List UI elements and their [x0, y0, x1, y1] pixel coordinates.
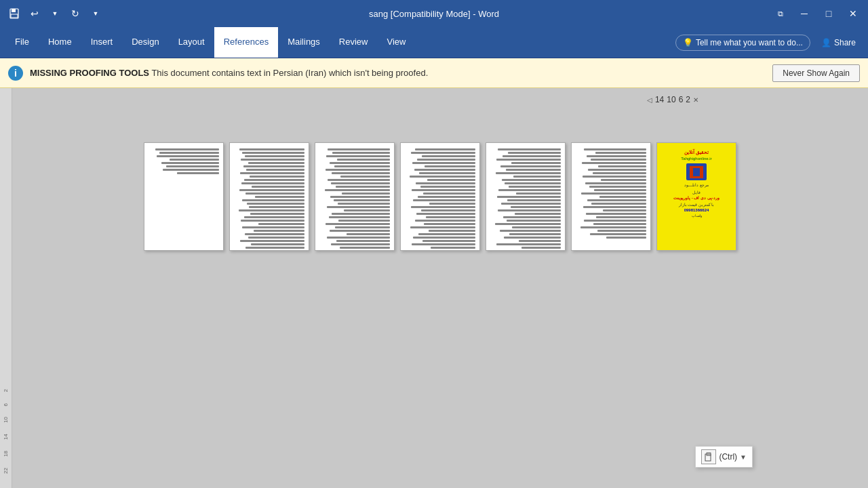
text-line: [411, 206, 475, 208]
text-line: [412, 243, 475, 245]
share-button[interactable]: 👤 Share: [814, 35, 863, 50]
page-1[interactable]: [144, 142, 224, 251]
text-line: [327, 206, 390, 208]
text-line: [422, 155, 475, 157]
tab-design[interactable]: Design: [122, 27, 168, 58]
page-5[interactable]: [486, 142, 566, 251]
text-line: [496, 172, 561, 174]
text-line: [418, 196, 475, 198]
text-line: [251, 243, 304, 245]
text-line: [509, 186, 561, 188]
undo-dropdown[interactable]: ▼: [46, 5, 64, 22]
svg-rect-4: [707, 453, 711, 455]
text-line: [587, 199, 646, 201]
text-line: [330, 162, 390, 164]
page-2[interactable]: [229, 142, 309, 251]
close-button[interactable]: ✕: [844, 4, 863, 23]
main-content: ◁ 14 10 6 2 ✕: [12, 88, 868, 488]
minimize-button[interactable]: ─: [795, 4, 814, 23]
page-6-content: [576, 148, 646, 239]
customize-quick-access[interactable]: ▼: [87, 5, 104, 22]
page-4[interactable]: [400, 142, 480, 251]
quick-access-toolbar: ↩ ▼ ↻ ▼: [5, 5, 104, 22]
save-button[interactable]: [5, 5, 23, 22]
text-line: [500, 230, 561, 232]
ctrl-label: (Ctrl): [719, 452, 737, 462]
text-line: [332, 172, 390, 174]
text-line: [421, 209, 475, 211]
text-line: [413, 237, 475, 239]
text-line: [424, 223, 475, 225]
text-line: [507, 199, 561, 201]
maximize-button[interactable]: □: [819, 4, 838, 23]
tab-insert[interactable]: Insert: [81, 27, 123, 58]
text-line: [327, 237, 390, 239]
page-6[interactable]: [571, 142, 651, 251]
text-line: [258, 223, 304, 225]
restore-button[interactable]: ⧉: [772, 5, 789, 22]
person-icon: 👤: [821, 38, 831, 47]
tab-file[interactable]: File: [5, 27, 39, 58]
text-line: [581, 192, 646, 195]
tab-review[interactable]: Review: [330, 27, 378, 58]
ribbon-right: 💡 Tell me what you want to do... 👤 Share: [675, 27, 863, 58]
ruler-triangle-right: ✕: [693, 96, 698, 104]
text-line: [511, 206, 561, 208]
ad-text5: واتساپ: [692, 214, 702, 218]
text-line: [245, 155, 304, 157]
text-line: [338, 220, 390, 222]
text-line: [331, 182, 390, 184]
text-line: [336, 186, 390, 188]
text-line: [245, 233, 304, 235]
text-line: [599, 196, 646, 198]
tab-layout[interactable]: Layout: [169, 27, 214, 58]
notification-bar: i MISSING PROOFING TOOLS This document c…: [0, 58, 868, 88]
text-line: [422, 240, 475, 242]
ad-text3: ورد-پی دی اف - پاورپوینت: [673, 196, 719, 201]
tab-mailings[interactable]: Mailings: [278, 27, 330, 58]
redo-button[interactable]: ↻: [66, 5, 84, 22]
text-line: [420, 186, 475, 188]
text-line: [340, 176, 390, 178]
text-line: [242, 152, 304, 154]
text-line: [326, 155, 390, 157]
text-line: [412, 189, 475, 191]
text-line: [506, 169, 561, 171]
text-line: [429, 230, 475, 232]
page-3[interactable]: [315, 142, 395, 251]
text-line: [163, 169, 219, 171]
tell-me-input[interactable]: 💡 Tell me what you want to do...: [675, 35, 810, 51]
text-line: [342, 192, 390, 195]
undo-button[interactable]: ↩: [26, 5, 43, 22]
text-line: [335, 226, 390, 228]
text-line: [161, 162, 219, 164]
text-line: [496, 243, 561, 245]
text-line: [498, 209, 561, 211]
ad-content: تحقیق آنلاین Tahghighonline.ir مرجع دانل…: [661, 147, 732, 246]
ad-phone: 09981366624: [684, 208, 709, 212]
text-line: [426, 216, 475, 218]
text-line: [580, 226, 646, 228]
text-line: [521, 247, 561, 249]
text-line: [503, 216, 561, 218]
ctrl-dropdown-arrow[interactable]: ▼: [740, 453, 747, 461]
vertical-ruler: 2 6 10 14 18 22: [0, 88, 12, 488]
tab-references[interactable]: References: [214, 27, 278, 58]
text-line: [336, 240, 390, 242]
tab-view[interactable]: View: [377, 27, 415, 58]
text-line: [330, 196, 390, 198]
top-ruler-markers: ◁ 14 10 6 2 ✕: [647, 95, 698, 104]
text-line: [334, 165, 390, 167]
text-line: [245, 192, 304, 195]
text-line: [166, 165, 219, 167]
text-line: [582, 162, 646, 164]
text-line: [411, 152, 475, 154]
text-line: [507, 220, 561, 222]
text-line: [332, 152, 390, 154]
text-line: [414, 250, 475, 251]
page-7[interactable]: تحقیق آنلاین Tahghighonline.ir مرجع دانل…: [656, 142, 736, 251]
paste-options-popup[interactable]: (Ctrl) ▼: [695, 446, 753, 468]
tab-home[interactable]: Home: [39, 27, 81, 58]
never-show-button[interactable]: Never Show Again: [772, 64, 860, 82]
text-line: [170, 159, 219, 161]
